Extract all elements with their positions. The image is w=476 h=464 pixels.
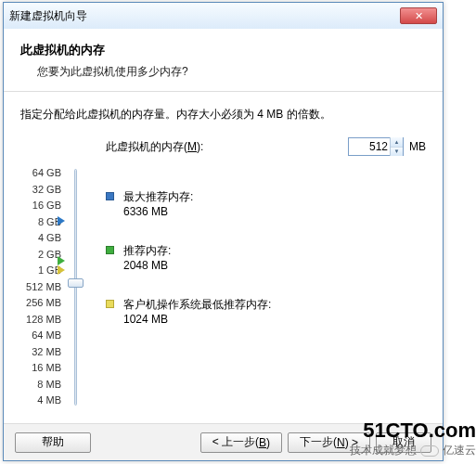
memory-input-row: 此虚拟机的内存(M): ▲ ▼ MB — [106, 137, 426, 156]
square-green-icon — [106, 246, 114, 254]
instruction-text: 指定分配给此虚拟机的内存量。内存大小必须为 4 MB 的倍数。 — [20, 107, 426, 122]
wizard-window: 新建虚拟机向导 ✕ 此虚拟机的内存 您要为此虚拟机使用多少内存? 指定分配给此虚… — [3, 2, 444, 461]
rec-marker-icon — [58, 256, 65, 265]
min-rec-value: 1024 MB — [123, 312, 271, 327]
square-yellow-icon — [106, 300, 114, 308]
wizard-body: 指定分配给此虚拟机的内存量。内存大小必须为 4 MB 的倍数。 此虚拟机的内存(… — [4, 92, 443, 420]
memory-label: 此虚拟机的内存(M): — [106, 139, 348, 155]
memory-input[interactable] — [349, 140, 390, 153]
close-button[interactable]: ✕ — [400, 7, 437, 24]
memory-recommendations: 最大推荐内存: 6336 MB 推荐内存: 2048 MB 客户机操作系统最低推… — [106, 165, 426, 409]
watermark-tagline: 技术成就梦想 — [350, 443, 417, 458]
max-rec-label: 最大推荐内存: — [123, 189, 193, 204]
memory-scale-labels: 64 GB 32 GB 16 GB 8 GB 4 GB 2 GB 1 GB 51… — [20, 165, 65, 409]
wizard-header: 此虚拟机的内存 您要为此虚拟机使用多少内存? — [4, 29, 443, 92]
image-watermark: 51CTO.com 技术成就梦想 亿速云 — [350, 419, 476, 458]
memory-slider[interactable] — [65, 165, 87, 409]
spinner[interactable]: ▲ ▼ — [390, 137, 403, 156]
back-button[interactable]: < 上一步(B) — [200, 432, 282, 453]
memory-unit: MB — [409, 140, 426, 153]
max-rec-value: 6336 MB — [123, 204, 193, 219]
max-marker-icon — [58, 216, 65, 226]
cloud-icon — [420, 445, 439, 457]
slider-thumb[interactable] — [68, 278, 84, 288]
rec-label: 推荐内存: — [123, 243, 171, 258]
watermark-yisu: 亿速云 — [443, 443, 476, 458]
spin-down-button[interactable]: ▼ — [391, 148, 403, 157]
min-marker-icon — [58, 265, 65, 275]
page-subtitle: 您要为此虚拟机使用多少内存? — [37, 64, 426, 80]
min-rec-label: 客户机操作系统最低推荐内存: — [123, 297, 271, 312]
square-blue-icon — [106, 192, 114, 200]
spin-up-button[interactable]: ▲ — [391, 137, 403, 148]
page-title: 此虚拟机的内存 — [20, 42, 426, 58]
watermark-51cto: 51CTO.com — [350, 419, 476, 443]
memory-spinbox[interactable]: ▲ ▼ — [348, 137, 404, 156]
help-button[interactable]: 帮助 — [15, 432, 91, 453]
rec-value: 2048 MB — [123, 258, 171, 273]
titlebar: 新建虚拟机向导 ✕ — [4, 3, 443, 29]
window-title: 新建虚拟机向导 — [9, 8, 87, 24]
